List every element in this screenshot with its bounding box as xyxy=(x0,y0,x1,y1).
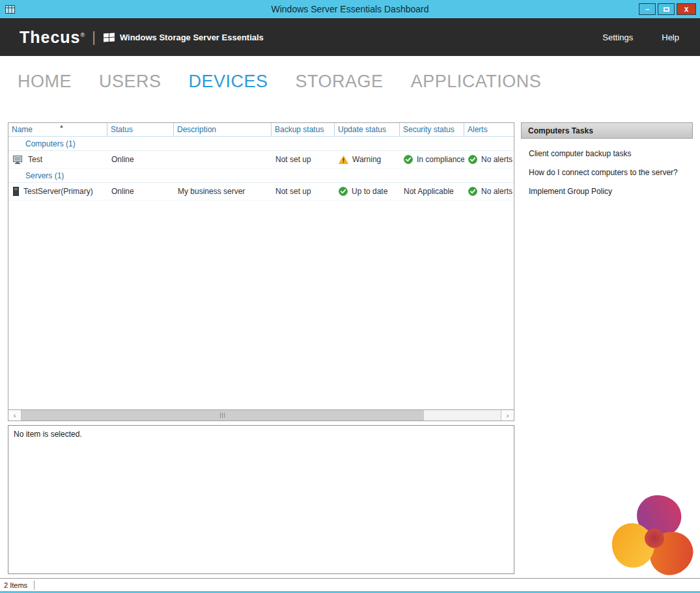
device-description: My business server xyxy=(174,187,272,196)
brand-divider: | xyxy=(92,29,96,46)
registered-mark: ® xyxy=(81,31,86,38)
column-header-description[interactable]: Description xyxy=(174,123,272,136)
device-name: Test xyxy=(28,155,42,164)
nav-tabs: HOME USERS DEVICES STORAGE APPLICATIONS xyxy=(0,56,700,92)
device-name: TestServer(Primary) xyxy=(23,187,93,196)
group-header-computers[interactable]: Computers (1) xyxy=(8,137,514,151)
device-status: Online xyxy=(107,155,174,164)
column-header-update-status[interactable]: Update status xyxy=(335,123,400,136)
ok-icon xyxy=(468,155,477,164)
tasks-list: Client computer backup tasks How do I co… xyxy=(521,139,693,196)
status-bar: 2 Items xyxy=(0,578,700,591)
ok-icon xyxy=(468,187,477,196)
app-header: Thecus® | Windows Storage Server Essenti… xyxy=(0,18,700,56)
settings-link[interactable]: Settings xyxy=(602,33,633,42)
main-nav: HOME USERS DEVICES STORAGE APPLICATIONS xyxy=(0,56,700,122)
device-alerts: No alerts xyxy=(481,155,512,164)
server-icon xyxy=(13,187,19,196)
task-link-group-policy[interactable]: Implement Group Policy xyxy=(529,187,686,196)
product-name: Windows Storage Server Essentials xyxy=(120,33,264,42)
items-count: 2 Items xyxy=(4,581,27,589)
device-update-status: Up to date xyxy=(352,187,387,196)
column-header-alerts[interactable]: Alerts xyxy=(464,123,514,136)
maximize-button[interactable] xyxy=(658,3,675,15)
device-backup-status: Not set up xyxy=(272,187,335,196)
device-security-status: In compliance xyxy=(417,155,464,164)
table-row[interactable]: Test Online Not set up Warning In co xyxy=(8,151,514,169)
column-header-backup-status[interactable]: Backup status xyxy=(272,123,335,136)
close-button[interactable]: x xyxy=(677,3,696,15)
device-status: Online xyxy=(107,187,174,196)
titlebar: Windows Server Essentials Dashboard – x xyxy=(0,0,700,18)
group-header-servers[interactable]: Servers (1) xyxy=(8,169,514,183)
horizontal-scrollbar: ‹ › xyxy=(8,409,514,421)
tab-storage[interactable]: STORAGE xyxy=(296,72,384,92)
help-link[interactable]: Help xyxy=(662,33,679,42)
task-link-connect-computers[interactable]: How do I connect computers to the server… xyxy=(529,168,686,177)
thecus-swirl-logo xyxy=(606,490,700,587)
scroll-right-icon: › xyxy=(507,411,509,419)
tab-home[interactable]: HOME xyxy=(18,72,72,92)
device-alerts: No alerts xyxy=(481,187,512,196)
ok-icon xyxy=(404,155,413,164)
header-links: Settings Help xyxy=(602,33,679,42)
minimize-icon: – xyxy=(645,6,650,12)
computer-icon xyxy=(13,156,23,164)
scroll-left-icon: ‹ xyxy=(14,411,16,419)
table-header-row: Name ▲ Status Description Backup status … xyxy=(8,123,514,137)
scrollbar-track[interactable] xyxy=(21,410,501,421)
scrollbar-thumb[interactable] xyxy=(21,410,424,421)
windows-logo-icon xyxy=(104,33,115,42)
tasks-panel-title: Computers Tasks xyxy=(521,122,693,139)
device-backup-status: Not set up xyxy=(272,155,335,164)
no-selection-message: No item is selected. xyxy=(14,430,82,439)
column-header-name[interactable]: Name ▲ xyxy=(8,123,107,136)
device-update-status: Warning xyxy=(352,155,381,164)
devices-list-panel: Name ▲ Status Description Backup status … xyxy=(8,122,514,421)
warning-icon xyxy=(339,156,348,164)
column-header-security-status[interactable]: Security status xyxy=(400,123,464,136)
ok-icon xyxy=(339,187,348,196)
table-row[interactable]: TestServer(Primary) Online My business s… xyxy=(8,183,514,200)
tab-users[interactable]: USERS xyxy=(99,72,161,92)
statusbar-divider xyxy=(34,581,35,590)
tab-applications[interactable]: APPLICATIONS xyxy=(411,72,542,92)
maximize-icon xyxy=(664,7,669,12)
window-title: Windows Server Essentials Dashboard xyxy=(0,4,700,14)
column-header-status[interactable]: Status xyxy=(107,123,174,136)
scrollbar-grip-icon xyxy=(220,413,226,418)
task-link-client-backup[interactable]: Client computer backup tasks xyxy=(529,149,686,158)
thecus-logo: Thecus® xyxy=(20,28,85,47)
scroll-right-button[interactable]: › xyxy=(501,410,514,421)
window-controls: – x xyxy=(639,3,696,15)
device-security-status: Not Applicable xyxy=(400,187,464,196)
tab-devices[interactable]: DEVICES xyxy=(189,72,268,92)
scroll-left-button[interactable]: ‹ xyxy=(8,410,21,421)
minimize-button[interactable]: – xyxy=(639,3,656,15)
close-icon: x xyxy=(684,6,689,12)
detail-pane: No item is selected. xyxy=(8,425,514,574)
sort-ascending-icon: ▲ xyxy=(59,124,64,128)
